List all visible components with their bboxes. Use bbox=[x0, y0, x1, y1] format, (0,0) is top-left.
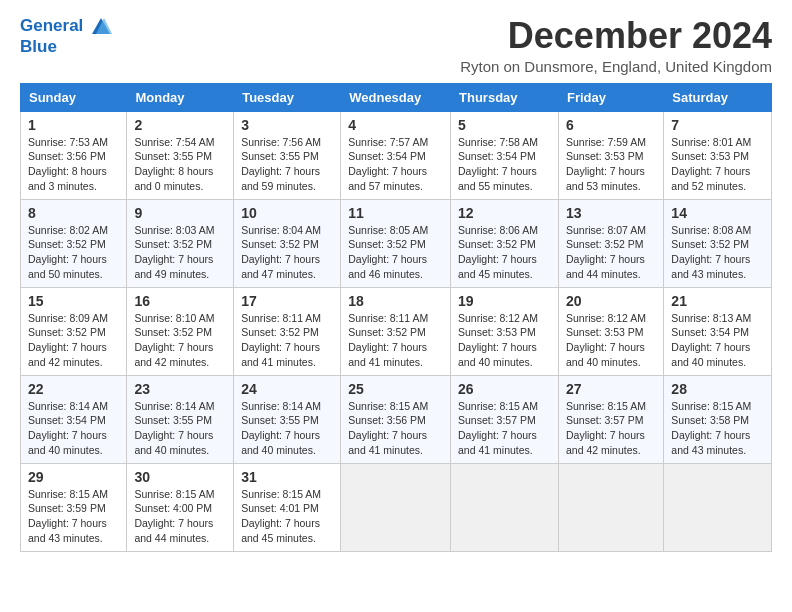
table-row: 30 Sunrise: 8:15 AMSunset: 4:00 PMDaylig… bbox=[127, 463, 234, 551]
calendar: Sunday Monday Tuesday Wednesday Thursday… bbox=[20, 83, 772, 552]
day-number: 6 bbox=[566, 117, 656, 133]
day-info: Sunrise: 8:11 AMSunset: 3:52 PMDaylight:… bbox=[241, 311, 333, 370]
table-row: 11 Sunrise: 8:05 AMSunset: 3:52 PMDaylig… bbox=[341, 199, 451, 287]
day-number: 27 bbox=[566, 381, 656, 397]
col-friday: Friday bbox=[558, 83, 663, 111]
table-row: 2 Sunrise: 7:54 AMSunset: 3:55 PMDayligh… bbox=[127, 111, 234, 199]
month-title: December 2024 bbox=[460, 16, 772, 56]
table-row: 18 Sunrise: 8:11 AMSunset: 3:52 PMDaylig… bbox=[341, 287, 451, 375]
table-row: 5 Sunrise: 7:58 AMSunset: 3:54 PMDayligh… bbox=[451, 111, 559, 199]
day-info: Sunrise: 8:15 AMSunset: 3:57 PMDaylight:… bbox=[566, 399, 656, 458]
day-number: 23 bbox=[134, 381, 226, 397]
day-info: Sunrise: 7:58 AMSunset: 3:54 PMDaylight:… bbox=[458, 135, 551, 194]
table-row: 19 Sunrise: 8:12 AMSunset: 3:53 PMDaylig… bbox=[451, 287, 559, 375]
day-number: 21 bbox=[671, 293, 764, 309]
day-info: Sunrise: 7:59 AMSunset: 3:53 PMDaylight:… bbox=[566, 135, 656, 194]
day-number: 1 bbox=[28, 117, 119, 133]
table-row: 25 Sunrise: 8:15 AMSunset: 3:56 PMDaylig… bbox=[341, 375, 451, 463]
day-info: Sunrise: 7:53 AMSunset: 3:56 PMDaylight:… bbox=[28, 135, 119, 194]
day-info: Sunrise: 8:10 AMSunset: 3:52 PMDaylight:… bbox=[134, 311, 226, 370]
day-number: 16 bbox=[134, 293, 226, 309]
table-row: 3 Sunrise: 7:56 AMSunset: 3:55 PMDayligh… bbox=[234, 111, 341, 199]
day-info: Sunrise: 8:15 AMSunset: 4:00 PMDaylight:… bbox=[134, 487, 226, 546]
table-row: 15 Sunrise: 8:09 AMSunset: 3:52 PMDaylig… bbox=[21, 287, 127, 375]
day-info: Sunrise: 8:03 AMSunset: 3:52 PMDaylight:… bbox=[134, 223, 226, 282]
day-number: 20 bbox=[566, 293, 656, 309]
table-row: 21 Sunrise: 8:13 AMSunset: 3:54 PMDaylig… bbox=[664, 287, 772, 375]
col-sunday: Sunday bbox=[21, 83, 127, 111]
day-number: 31 bbox=[241, 469, 333, 485]
location: Ryton on Dunsmore, England, United Kingd… bbox=[460, 58, 772, 75]
title-block: December 2024 Ryton on Dunsmore, England… bbox=[460, 16, 772, 75]
day-info: Sunrise: 8:04 AMSunset: 3:52 PMDaylight:… bbox=[241, 223, 333, 282]
table-row: 20 Sunrise: 8:12 AMSunset: 3:53 PMDaylig… bbox=[558, 287, 663, 375]
table-row: 13 Sunrise: 8:07 AMSunset: 3:52 PMDaylig… bbox=[558, 199, 663, 287]
table-row: 7 Sunrise: 8:01 AMSunset: 3:53 PMDayligh… bbox=[664, 111, 772, 199]
day-info: Sunrise: 8:13 AMSunset: 3:54 PMDaylight:… bbox=[671, 311, 764, 370]
day-info: Sunrise: 8:15 AMSunset: 3:59 PMDaylight:… bbox=[28, 487, 119, 546]
day-info: Sunrise: 8:15 AMSunset: 3:56 PMDaylight:… bbox=[348, 399, 443, 458]
day-number: 26 bbox=[458, 381, 551, 397]
day-info: Sunrise: 8:12 AMSunset: 3:53 PMDaylight:… bbox=[458, 311, 551, 370]
day-number: 18 bbox=[348, 293, 443, 309]
day-info: Sunrise: 7:57 AMSunset: 3:54 PMDaylight:… bbox=[348, 135, 443, 194]
day-number: 17 bbox=[241, 293, 333, 309]
logo: General Blue bbox=[20, 16, 112, 57]
table-row: 14 Sunrise: 8:08 AMSunset: 3:52 PMDaylig… bbox=[664, 199, 772, 287]
day-info: Sunrise: 8:05 AMSunset: 3:52 PMDaylight:… bbox=[348, 223, 443, 282]
day-number: 4 bbox=[348, 117, 443, 133]
day-info: Sunrise: 8:09 AMSunset: 3:52 PMDaylight:… bbox=[28, 311, 119, 370]
col-wednesday: Wednesday bbox=[341, 83, 451, 111]
day-number: 9 bbox=[134, 205, 226, 221]
day-info: Sunrise: 8:15 AMSunset: 3:58 PMDaylight:… bbox=[671, 399, 764, 458]
day-info: Sunrise: 8:12 AMSunset: 3:53 PMDaylight:… bbox=[566, 311, 656, 370]
day-info: Sunrise: 8:06 AMSunset: 3:52 PMDaylight:… bbox=[458, 223, 551, 282]
day-number: 24 bbox=[241, 381, 333, 397]
day-info: Sunrise: 8:14 AMSunset: 3:55 PMDaylight:… bbox=[241, 399, 333, 458]
day-number: 10 bbox=[241, 205, 333, 221]
table-row: 16 Sunrise: 8:10 AMSunset: 3:52 PMDaylig… bbox=[127, 287, 234, 375]
day-number: 8 bbox=[28, 205, 119, 221]
day-number: 2 bbox=[134, 117, 226, 133]
table-row bbox=[341, 463, 451, 551]
table-row bbox=[664, 463, 772, 551]
logo-blue: Blue bbox=[20, 38, 112, 57]
day-info: Sunrise: 8:14 AMSunset: 3:55 PMDaylight:… bbox=[134, 399, 226, 458]
table-row: 9 Sunrise: 8:03 AMSunset: 3:52 PMDayligh… bbox=[127, 199, 234, 287]
day-number: 7 bbox=[671, 117, 764, 133]
table-row: 22 Sunrise: 8:14 AMSunset: 3:54 PMDaylig… bbox=[21, 375, 127, 463]
day-number: 30 bbox=[134, 469, 226, 485]
table-row: 27 Sunrise: 8:15 AMSunset: 3:57 PMDaylig… bbox=[558, 375, 663, 463]
table-row: 8 Sunrise: 8:02 AMSunset: 3:52 PMDayligh… bbox=[21, 199, 127, 287]
table-row: 10 Sunrise: 8:04 AMSunset: 3:52 PMDaylig… bbox=[234, 199, 341, 287]
day-number: 15 bbox=[28, 293, 119, 309]
table-row: 31 Sunrise: 8:15 AMSunset: 4:01 PMDaylig… bbox=[234, 463, 341, 551]
table-row: 17 Sunrise: 8:11 AMSunset: 3:52 PMDaylig… bbox=[234, 287, 341, 375]
day-number: 11 bbox=[348, 205, 443, 221]
col-saturday: Saturday bbox=[664, 83, 772, 111]
table-row: 24 Sunrise: 8:14 AMSunset: 3:55 PMDaylig… bbox=[234, 375, 341, 463]
day-number: 29 bbox=[28, 469, 119, 485]
table-row bbox=[558, 463, 663, 551]
col-thursday: Thursday bbox=[451, 83, 559, 111]
day-number: 5 bbox=[458, 117, 551, 133]
day-number: 22 bbox=[28, 381, 119, 397]
day-info: Sunrise: 8:07 AMSunset: 3:52 PMDaylight:… bbox=[566, 223, 656, 282]
day-info: Sunrise: 8:02 AMSunset: 3:52 PMDaylight:… bbox=[28, 223, 119, 282]
table-row: 1 Sunrise: 7:53 AMSunset: 3:56 PMDayligh… bbox=[21, 111, 127, 199]
day-number: 13 bbox=[566, 205, 656, 221]
day-number: 14 bbox=[671, 205, 764, 221]
day-info: Sunrise: 8:14 AMSunset: 3:54 PMDaylight:… bbox=[28, 399, 119, 458]
table-row: 29 Sunrise: 8:15 AMSunset: 3:59 PMDaylig… bbox=[21, 463, 127, 551]
day-info: Sunrise: 8:11 AMSunset: 3:52 PMDaylight:… bbox=[348, 311, 443, 370]
day-number: 28 bbox=[671, 381, 764, 397]
table-row: 6 Sunrise: 7:59 AMSunset: 3:53 PMDayligh… bbox=[558, 111, 663, 199]
col-tuesday: Tuesday bbox=[234, 83, 341, 111]
table-row: 12 Sunrise: 8:06 AMSunset: 3:52 PMDaylig… bbox=[451, 199, 559, 287]
day-number: 19 bbox=[458, 293, 551, 309]
table-row: 26 Sunrise: 8:15 AMSunset: 3:57 PMDaylig… bbox=[451, 375, 559, 463]
day-info: Sunrise: 7:56 AMSunset: 3:55 PMDaylight:… bbox=[241, 135, 333, 194]
day-number: 12 bbox=[458, 205, 551, 221]
table-row: 4 Sunrise: 7:57 AMSunset: 3:54 PMDayligh… bbox=[341, 111, 451, 199]
day-info: Sunrise: 8:15 AMSunset: 4:01 PMDaylight:… bbox=[241, 487, 333, 546]
